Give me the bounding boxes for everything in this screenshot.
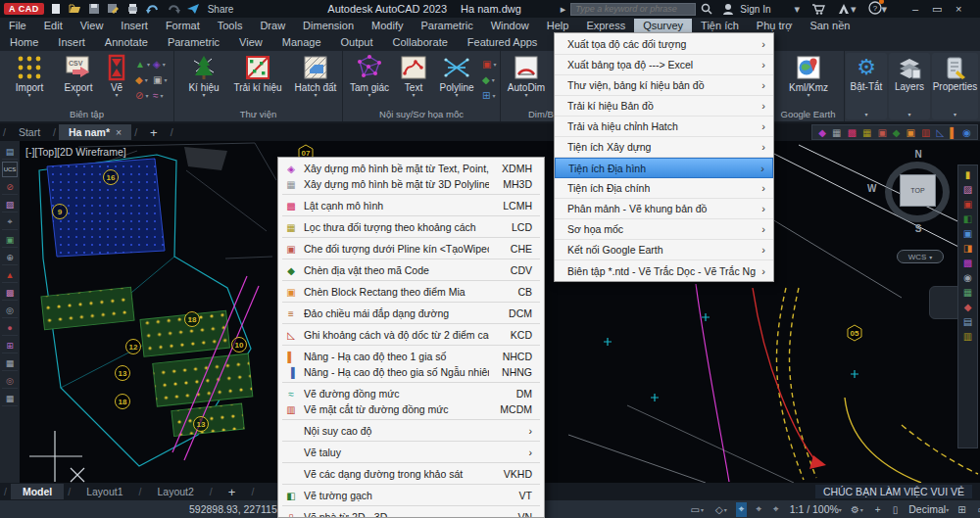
- scale-caret-icon[interactable]: ▾: [839, 506, 842, 513]
- submenu-item-dm[interactable]: ≈Vẽ đường đồng mứcDM: [278, 386, 544, 401]
- submenu-item-vt[interactable]: ◧Vẽ tường gạchVT: [278, 488, 544, 503]
- panel-title[interactable]: Google Earth: [772, 109, 844, 119]
- add-box-tool-icon[interactable]: ⊞: [2, 338, 18, 353]
- tree-text-tool-icon[interactable]: ▲: [2, 267, 18, 283]
- trai-ki-hieu-button[interactable]: Trải kí hiệu: [227, 54, 288, 93]
- menu-item-xuat-bang-excel[interactable]: Xuất bảng tọa độ ---> Excel›: [555, 55, 773, 75]
- close-button[interactable]: ×: [948, 3, 969, 15]
- doc-tool-icon[interactable]: ▤: [2, 144, 18, 160]
- tab-view[interactable]: View: [229, 34, 272, 51]
- expand-search-icon[interactable]: ▸: [561, 3, 566, 16]
- autodesk-app-icon[interactable]: [837, 3, 851, 15]
- file-tab-hanam[interactable]: Ha nam*×: [59, 124, 131, 140]
- annotation-scale[interactable]: 1:1 / 100%: [790, 503, 839, 515]
- flyout-net-button[interactable]: ◈▾: [153, 59, 167, 70]
- ucs-tool-icon[interactable]: UCS: [2, 162, 18, 177]
- donut-tool-icon[interactable]: ◎: [2, 373, 18, 389]
- open-file-icon[interactable]: [69, 3, 81, 15]
- table-tool-icon[interactable]: ▦: [2, 355, 18, 371]
- diamond-tool-icon[interactable]: ◆: [964, 302, 972, 312]
- submenu-item-mcdm[interactable]: ▥Vẽ mặt cắt từ đường đồng mứcMCDM: [278, 401, 544, 417]
- search-icon[interactable]: [701, 3, 712, 15]
- tab-home[interactable]: Home: [0, 34, 48, 51]
- menu-tools[interactable]: Tools: [209, 19, 252, 32]
- offset-tool-icon[interactable]: ◎: [2, 303, 18, 318]
- viewcube-south[interactable]: S: [879, 223, 957, 234]
- flip-edge-icon[interactable]: ▩: [848, 127, 857, 138]
- tab-output[interactable]: Output: [331, 34, 383, 51]
- menu-san-nen[interactable]: San nền: [801, 19, 858, 32]
- menu-item-thu-vien-ki-hieu[interactable]: Thư viện, bảng kí hiệu bản đồ›: [555, 75, 773, 96]
- wipeout-icon[interactable]: ▣: [877, 127, 886, 138]
- orange-block-tool-icon[interactable]: ◨: [963, 243, 972, 254]
- menu-insert[interactable]: Insert: [112, 19, 157, 32]
- submenu-item-xdmh[interactable]: ◈Xây dựng mô hình bề mặt từ Text, Point,…: [278, 161, 544, 176]
- share-button[interactable]: Share: [208, 4, 234, 15]
- grid-tool-icon[interactable]: ▦: [2, 391, 18, 406]
- ki-hieu-button[interactable]: Kí hiệu ▾: [182, 54, 225, 98]
- flyout-tree-button[interactable]: ▲▾: [135, 59, 150, 70]
- submenu-item-ve-taluy[interactable]: Vẽ taluy›: [278, 445, 544, 460]
- quick-properties-toggle[interactable]: ⊞: [955, 502, 968, 517]
- export-button[interactable]: CSV Export ▾: [57, 54, 100, 98]
- submenu-item-vn[interactable]: ▯Vẽ nhà từ 2D - 3DVN: [278, 509, 544, 518]
- osnap-toggle[interactable]: ⌖: [736, 502, 748, 517]
- sign-in-caret-icon[interactable]: ▾: [795, 3, 801, 16]
- sign-in-button[interactable]: Sign In: [740, 4, 770, 15]
- viewcube-north[interactable]: N: [879, 149, 957, 160]
- submenu-item-nhng[interactable]: ▐Nâng - Hạ cao độ theo gia số Ngẫu nhiên…: [278, 364, 544, 380]
- panel-title[interactable]: Biên tập: [0, 109, 173, 119]
- search-input[interactable]: [570, 3, 696, 16]
- tam-giac-button[interactable]: Tam giác ▾: [345, 54, 394, 98]
- pattern-tool-icon[interactable]: ▩: [2, 285, 18, 301]
- tab-collaborate[interactable]: Collaborate: [383, 34, 458, 51]
- viewport-controls-label[interactable]: [-][Top][2D Wireframe]: [25, 146, 126, 158]
- circle-tool-icon[interactable]: ⊕: [2, 250, 18, 265]
- import-button[interactable]: Import ▾: [6, 54, 53, 98]
- new-file-icon[interactable]: [50, 3, 62, 15]
- grid2-tool-icon[interactable]: ▦: [963, 287, 972, 298]
- section-icon[interactable]: ▥: [921, 127, 930, 138]
- menu-parametric[interactable]: Parametric: [412, 19, 481, 32]
- slope-icon[interactable]: ◺: [936, 127, 944, 138]
- tab-annotate[interactable]: Annotate: [95, 34, 158, 51]
- menu-view[interactable]: View: [72, 19, 113, 32]
- block-rectang-icon[interactable]: ▣: [906, 127, 915, 138]
- hatch-tool-icon[interactable]: ▨: [2, 197, 18, 212]
- road-tool-icon[interactable]: ▮: [965, 169, 971, 180]
- close-tab-icon[interactable]: ×: [116, 126, 122, 138]
- raise-lower-icon[interactable]: ▌: [950, 127, 956, 138]
- flyout-wave-button[interactable]: ≈▾: [153, 90, 167, 101]
- flyout-color-button[interactable]: ◆▾: [482, 74, 496, 85]
- panel-title[interactable]: Thư viện: [174, 109, 342, 119]
- menu-express[interactable]: Express: [577, 19, 634, 32]
- no-plot-icon[interactable]: ⊘: [2, 179, 18, 195]
- sheet-tool-icon[interactable]: ▤: [963, 316, 972, 327]
- add-layout-button[interactable]: +: [217, 483, 248, 501]
- plot-icon[interactable]: [126, 3, 139, 15]
- osnap-tracking-toggle[interactable]: ⌖: [753, 502, 764, 517]
- annotation-settings[interactable]: ⚙▾: [848, 502, 866, 517]
- units-selector[interactable]: Decimal: [908, 503, 946, 515]
- selection-cycling-toggle[interactable]: ▭▾: [688, 502, 707, 517]
- green-block-tool-icon[interactable]: ◧: [963, 213, 972, 224]
- layout-tab-layout2[interactable]: Layout2: [145, 484, 205, 499]
- undo-icon[interactable]: [146, 4, 160, 15]
- menu-file[interactable]: File: [0, 19, 35, 32]
- menu-phu-tro[interactable]: Phụ trợ: [748, 19, 802, 32]
- autodesk-app-caret-icon[interactable]: ▾: [851, 3, 857, 16]
- minimize-button[interactable]: –: [905, 3, 926, 15]
- help-caret-icon[interactable]: ▾: [882, 3, 888, 16]
- layout-tab-layout1[interactable]: Layout1: [74, 484, 134, 499]
- file-tab-start[interactable]: Start: [9, 124, 50, 140]
- menu-format[interactable]: Format: [157, 19, 209, 32]
- menu-item-ket-noi-google-earth[interactable]: Kết nối Google Earth›: [555, 240, 773, 260]
- menu-help[interactable]: Help: [538, 19, 578, 32]
- menu-dimension[interactable]: Dimension: [294, 19, 363, 32]
- flyout-strike-button[interactable]: ⊘▾: [135, 90, 150, 101]
- red-block-tool-icon[interactable]: ▣: [963, 199, 972, 210]
- tab-featured-apps[interactable]: Featured Apps: [458, 34, 548, 51]
- kml-button[interactable]: Kml/Kmz ▾: [779, 54, 838, 98]
- text-button[interactable]: Text ▾: [396, 54, 431, 98]
- isodraft-toggle[interactable]: ◇▾: [712, 502, 730, 517]
